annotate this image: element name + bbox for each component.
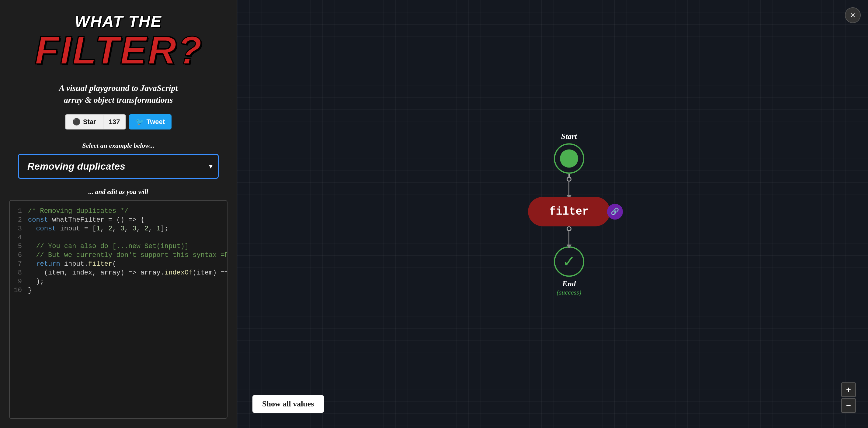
code-line-1: 1 /* Removing duplicates */ bbox=[10, 207, 227, 216]
star-count-button[interactable]: 137 bbox=[103, 114, 126, 130]
code-line-7: 7 return input.filter( bbox=[10, 260, 227, 268]
show-all-values-button[interactable]: Show all values bbox=[252, 395, 324, 413]
start-node bbox=[554, 143, 584, 174]
edit-label: ... and edit as you will bbox=[89, 188, 148, 196]
logo-area: WHAT THE FILTER ? bbox=[35, 12, 202, 73]
twitter-icon: 🐦 bbox=[136, 118, 144, 126]
code-line-2: 2 const whatTheFilter = () => { bbox=[10, 216, 227, 224]
action-buttons: ⚫ Star 137 🐦 Tweet bbox=[65, 114, 172, 130]
code-line-3: 3 const input = [1, 2, 3, 3, 2, 1]; bbox=[10, 224, 227, 233]
code-line-8: 8 (item, index, array) => array.indexOf(… bbox=[10, 268, 227, 277]
code-line-10: 10 } bbox=[10, 286, 227, 295]
example-select-wrapper: Removing duplicates Filter by value Filt… bbox=[18, 154, 219, 179]
end-node-sublabel: (success) bbox=[557, 289, 582, 296]
octocat-icon: ⚫ bbox=[72, 118, 81, 126]
example-select[interactable]: Removing duplicates Filter by value Filt… bbox=[18, 154, 219, 179]
zoom-in-button[interactable]: + bbox=[841, 383, 856, 397]
filter-node: filter 🔗 bbox=[528, 197, 610, 227]
checkmark-icon: ✓ bbox=[562, 254, 576, 270]
close-button[interactable]: × bbox=[845, 7, 861, 23]
github-star-button[interactable]: ⚫ Star bbox=[65, 114, 103, 130]
connector-filter-end bbox=[567, 227, 571, 246]
code-line-4: 4 bbox=[10, 233, 227, 242]
logo-filter: FILTER bbox=[35, 30, 178, 70]
start-node-inner bbox=[560, 150, 578, 168]
end-node: ✓ bbox=[554, 246, 584, 277]
code-line-9: 9 ); bbox=[10, 277, 227, 286]
zoom-out-button[interactable]: − bbox=[841, 398, 856, 413]
zoom-controls: + − bbox=[841, 383, 856, 413]
logo-question: ? bbox=[178, 27, 202, 73]
left-panel: WHAT THE FILTER ? A visual playground to… bbox=[0, 0, 237, 428]
right-panel: × Start filter 🔗 bbox=[237, 0, 868, 428]
diagram-container: Start filter 🔗 ✓ En bbox=[528, 132, 610, 296]
code-editor[interactable]: 1 /* Removing duplicates */ 2 const what… bbox=[9, 200, 227, 419]
app-subtitle: A visual playground to JavaScript array … bbox=[59, 82, 178, 106]
end-node-label: End bbox=[562, 279, 576, 289]
tweet-button[interactable]: 🐦 Tweet bbox=[129, 114, 172, 130]
filter-icon: 🔗 bbox=[607, 204, 623, 220]
select-label: Select an example below... bbox=[82, 142, 154, 150]
code-line-6: 6 // But we currently don't support this… bbox=[10, 251, 227, 260]
code-line-5: 5 // You can also do [...new Set(input)] bbox=[10, 242, 227, 251]
connector-start-filter bbox=[567, 174, 571, 197]
start-node-label: Start bbox=[561, 132, 577, 141]
